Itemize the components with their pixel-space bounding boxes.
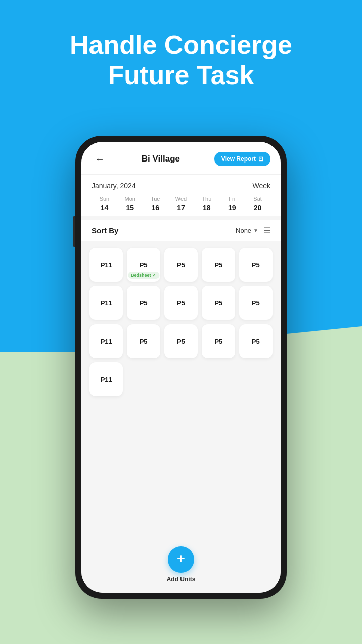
unit-label: P11 (101, 299, 112, 307)
phone-side-button (73, 216, 75, 247)
week-label: Week (252, 182, 270, 190)
unit-label: P5 (177, 338, 185, 345)
unit-label: P5 (214, 261, 222, 269)
view-report-button[interactable]: View Report ⊡ (214, 152, 270, 166)
bedsheet-badge: Bedsheet ✓ (128, 272, 159, 279)
unit-card[interactable]: P5 (164, 248, 198, 282)
day-number: 15 (117, 204, 143, 212)
day-column: Mon 15 (117, 196, 143, 212)
day-column: Thu 18 (194, 196, 219, 212)
day-number: 19 (219, 204, 245, 212)
unit-card[interactable]: P5 (239, 248, 273, 282)
unit-card[interactable]: P5 (164, 324, 198, 358)
add-icon: + (177, 552, 185, 566)
sort-label: Sort By (92, 226, 118, 235)
sort-value: None (236, 227, 251, 234)
day-column: Fri 19 (219, 196, 245, 212)
calendar-section: January, 2024 Week Sun 14 Mon 15 Tue 16 … (81, 175, 281, 216)
sort-section: Sort By None ▼ ☰ (81, 220, 281, 242)
unit-card[interactable]: P5 (164, 286, 198, 320)
unit-label: P5 (252, 338, 260, 345)
unit-label: P5 (252, 299, 260, 307)
unit-label: P11 (101, 338, 112, 345)
unit-card[interactable]: P11 (89, 324, 123, 358)
day-name: Sat (245, 196, 270, 202)
unit-card[interactable]: P5 (202, 248, 235, 282)
days-row: Sun 14 Mon 15 Tue 16 Wed 17 Thu 18 Fri 1… (92, 196, 270, 212)
sort-dropdown[interactable]: None ▼ (236, 227, 258, 234)
day-number: 20 (245, 204, 270, 212)
phone-screen: ← Bi Village View Report ⊡ January, 2024… (81, 142, 281, 593)
day-column: Wed 17 (168, 196, 194, 212)
unit-card[interactable]: P11 (89, 286, 123, 320)
month-label: January, 2024 (92, 182, 136, 190)
units-grid-section: P11P5Bedsheet ✓P5P5P5P11P5P5P5P5P11P5P5P… (81, 242, 281, 539)
day-number: 16 (143, 204, 168, 212)
bottom-action-bar: + Add Units (81, 539, 281, 593)
unit-label: P5 (177, 299, 185, 307)
unit-label: P5 (140, 338, 148, 345)
day-column: Tue 16 (143, 196, 168, 212)
day-column: Sun 14 (92, 196, 117, 212)
day-name: Sun (92, 196, 117, 202)
unit-card[interactable]: P5 (127, 286, 160, 320)
unit-card[interactable]: P11 (89, 248, 123, 282)
back-button[interactable]: ← (92, 151, 108, 167)
phone-device: ← Bi Village View Report ⊡ January, 2024… (75, 136, 287, 599)
day-column: Sat 20 (245, 196, 270, 212)
day-name: Thu (194, 196, 219, 202)
day-name: Mon (117, 196, 143, 202)
unit-label: P5 (214, 299, 222, 307)
unit-label: P11 (101, 376, 112, 383)
report-icon: ⊡ (258, 155, 263, 163)
day-name: Tue (143, 196, 168, 202)
app-header: ← Bi Village View Report ⊡ (81, 142, 281, 175)
unit-card[interactable]: P5Bedsheet ✓ (127, 248, 160, 282)
units-grid: P11P5Bedsheet ✓P5P5P5P11P5P5P5P5P11P5P5P… (89, 248, 273, 396)
unit-card[interactable]: P5 (239, 324, 273, 358)
unit-label: P5 (252, 261, 260, 269)
unit-card[interactable]: P5 (202, 286, 235, 320)
add-units-label: Add Units (167, 576, 196, 583)
unit-card[interactable]: P5 (239, 286, 273, 320)
unit-label: P5 (177, 261, 185, 269)
add-units-button[interactable]: + (168, 546, 194, 573)
day-number: 17 (168, 204, 194, 212)
day-name: Fri (219, 196, 245, 202)
unit-card[interactable]: P5 (127, 324, 160, 358)
unit-card[interactable]: P5 (202, 324, 235, 358)
sort-controls: None ▼ ☰ (236, 226, 270, 235)
unit-label: P5 (140, 261, 148, 269)
day-number: 14 (92, 204, 117, 212)
back-arrow-icon: ← (95, 153, 105, 165)
header-title: Bi Village (142, 154, 180, 164)
day-number: 18 (194, 204, 219, 212)
list-view-icon[interactable]: ☰ (263, 226, 270, 235)
dropdown-arrow-icon: ▼ (253, 228, 258, 233)
view-report-label: View Report (221, 155, 256, 163)
unit-label: P11 (101, 261, 112, 269)
unit-card[interactable]: P11 (89, 362, 123, 396)
page-title: Handle Concierge Future Task (0, 30, 362, 91)
day-name: Wed (168, 196, 194, 202)
unit-label: P5 (140, 299, 148, 307)
unit-label: P5 (214, 338, 222, 345)
